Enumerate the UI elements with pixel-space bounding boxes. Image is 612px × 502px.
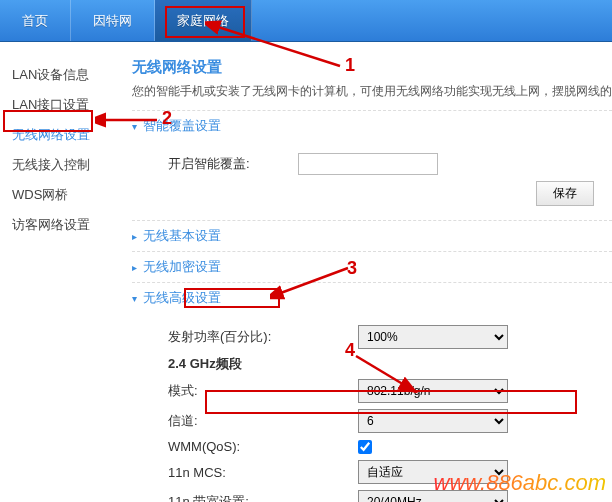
enable-smart-input[interactable] xyxy=(298,153,438,175)
wmm-checkbox[interactable] xyxy=(358,440,372,454)
channel-label: 信道: xyxy=(168,412,298,430)
channel-select[interactable]: 6 xyxy=(358,409,508,433)
section-smart-coverage[interactable]: ▾ 智能覆盖设置 xyxy=(132,110,612,141)
section-wireless-advanced[interactable]: ▾ 无线高级设置 xyxy=(132,282,612,313)
caret-right-icon: ▸ xyxy=(132,262,137,273)
topnav-tab-home[interactable]: 首页 xyxy=(0,0,71,41)
section-title: 无线基本设置 xyxy=(143,227,221,245)
sidebar-item-wds-bridge[interactable]: WDS网桥 xyxy=(0,180,102,210)
topnav-tab-homelan[interactable]: 家庭网络 xyxy=(155,0,252,41)
mode-label: 模式: xyxy=(168,382,298,400)
save-button[interactable]: 保存 xyxy=(536,181,594,206)
section-advanced-body: 发射功率(百分比): 100% 2.4 GHz频段 模式: 802.11b/g/… xyxy=(132,313,612,502)
caret-right-icon: ▸ xyxy=(132,231,137,242)
section-title: 智能覆盖设置 xyxy=(143,117,221,135)
band-label: 2.4 GHz频段 xyxy=(168,355,298,373)
page-hint: 您的智能手机或安装了无线网卡的计算机，可使用无线网络功能实现无线上网，摆脱网线的 xyxy=(132,83,612,100)
page-title: 无线网络设置 xyxy=(132,58,612,77)
caret-down-icon: ▾ xyxy=(132,293,137,304)
sidebar-item-lan-interface[interactable]: LAN接口设置 xyxy=(0,90,102,120)
mode-select[interactable]: 802.11b/g/n xyxy=(358,379,508,403)
txpower-select[interactable]: 100% xyxy=(358,325,508,349)
sidebar-item-wireless-settings[interactable]: 无线网络设置 xyxy=(0,120,102,150)
section-title: 无线加密设置 xyxy=(143,258,221,276)
mcs-label: 11n MCS: xyxy=(168,465,298,480)
bw-select[interactable]: 20/40MHz xyxy=(358,490,508,502)
sidebar-item-lan-device-info[interactable]: LAN设备信息 xyxy=(0,60,102,90)
section-smart-body: 开启智能覆盖: 保存 xyxy=(132,141,612,220)
mcs-select[interactable]: 自适应 xyxy=(358,460,508,484)
txpower-label: 发射功率(百分比): xyxy=(168,328,298,346)
section-title: 无线高级设置 xyxy=(143,289,221,307)
sidebar-item-wireless-access[interactable]: 无线接入控制 xyxy=(0,150,102,180)
bw-label: 11n 带宽设置: xyxy=(168,493,298,502)
sidebar-item-guest-network[interactable]: 访客网络设置 xyxy=(0,210,102,240)
section-wireless-basic[interactable]: ▸ 无线基本设置 xyxy=(132,220,612,251)
topnav-tab-internet[interactable]: 因特网 xyxy=(71,0,155,41)
top-nav: 首页 因特网 家庭网络 xyxy=(0,0,612,42)
section-wireless-encryption[interactable]: ▸ 无线加密设置 xyxy=(132,251,612,282)
content-pane: 无线网络设置 您的智能手机或安装了无线网卡的计算机，可使用无线网络功能实现无线上… xyxy=(102,42,612,502)
enable-smart-label: 开启智能覆盖: xyxy=(168,155,298,173)
sidebar: LAN设备信息 LAN接口设置 无线网络设置 无线接入控制 WDS网桥 访客网络… xyxy=(0,42,102,502)
wmm-label: WMM(QoS): xyxy=(168,439,298,454)
caret-down-icon: ▾ xyxy=(132,121,137,132)
